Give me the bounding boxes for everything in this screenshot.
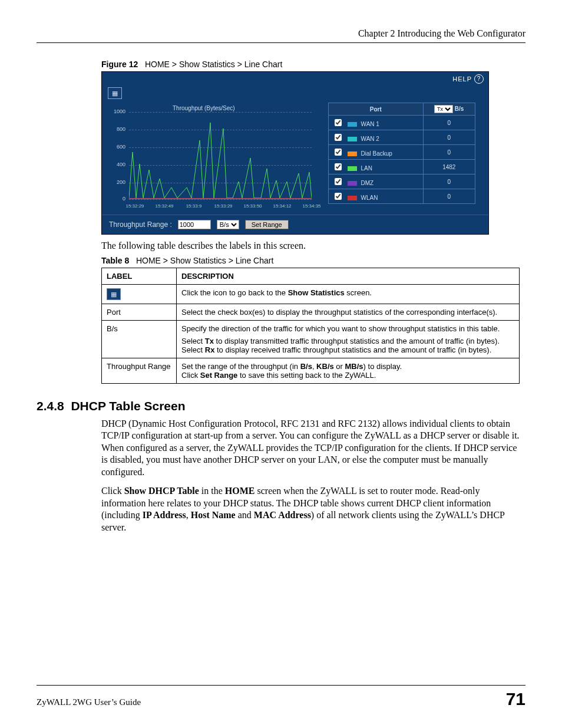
y-tick: 1000 xyxy=(108,108,125,114)
th-label: LABEL xyxy=(102,268,177,285)
figure-caption-text: HOME > Show Statistics > Line Chart xyxy=(145,60,282,69)
table-row: Port Select the check box(es) to display… xyxy=(102,304,520,321)
back-to-stats-icon[interactable]: ▦ xyxy=(108,87,122,99)
help-icon: ? xyxy=(474,74,484,84)
table-intro: The following table describes the labels… xyxy=(101,241,525,251)
x-tick: 15:33:9 xyxy=(186,203,202,209)
y-tick: 200 xyxy=(108,179,125,185)
footer-rule xyxy=(37,685,525,686)
body-paragraph: DHCP (Dynamic Host Configuration Protoco… xyxy=(101,418,525,478)
t: , xyxy=(186,510,191,520)
y-tick: 600 xyxy=(108,144,125,150)
cell-bold: Show Statistics xyxy=(288,288,345,297)
cell-text: Set the range of the throughput (in xyxy=(181,362,300,371)
tx-rx-select[interactable]: Tx xyxy=(434,105,453,113)
range-value-input[interactable] xyxy=(178,220,211,229)
legend-checkbox-lan[interactable] xyxy=(335,163,342,170)
cell-text: to display received traffic throughput s… xyxy=(214,345,491,354)
legend-row: WAN 1 0 xyxy=(329,116,475,130)
legend-value: 1482 xyxy=(423,160,475,174)
cell-bold: KB/s xyxy=(316,362,334,371)
bs-label: B/s xyxy=(455,106,464,112)
section-title: DHCP Table Screen xyxy=(71,399,185,413)
range-label: Throughput Range : xyxy=(109,220,172,229)
set-range-button[interactable]: Set Range xyxy=(245,220,289,229)
legend-label: WAN 2 xyxy=(361,136,379,142)
b: IP Address xyxy=(143,510,186,520)
help-link[interactable]: HELP ? xyxy=(452,74,484,84)
legend-label: WLAN xyxy=(361,195,378,201)
legend-value: 0 xyxy=(423,116,475,130)
swatch-icon xyxy=(348,166,357,171)
chapter-header: Chapter 2 Introducing the Web Configurat… xyxy=(37,28,525,39)
table-row: Throughput Range Set the range of the th… xyxy=(102,358,520,384)
legend-checkbox-wan2[interactable] xyxy=(335,134,342,141)
swatch-icon xyxy=(348,151,357,156)
header-rule xyxy=(37,42,525,43)
legend-label: DMZ xyxy=(361,180,374,186)
t: Click xyxy=(101,486,124,496)
swatch-icon xyxy=(348,122,357,127)
legend-row: Dial Backup 0 xyxy=(329,145,475,160)
table-row: B/s Specify the direction of the traffic… xyxy=(102,321,520,358)
cell-text: to save this setting back to the ZyWALL. xyxy=(237,371,376,380)
y-tick: 0 xyxy=(108,196,125,202)
legend-checkbox-dial[interactable] xyxy=(335,149,342,156)
x-tick: 15:33:29 xyxy=(214,203,232,209)
b: MAC Address xyxy=(254,510,311,520)
back-icon: ▦ xyxy=(107,288,121,300)
table-number: Table 8 xyxy=(101,256,129,265)
legend-label: LAN xyxy=(361,165,372,172)
cell-text: screen. xyxy=(345,288,372,297)
b: Show DHCP Table xyxy=(124,486,199,496)
figure-number: Figure 12 xyxy=(101,60,138,69)
page-footer: ZyWALL 2WG User’s Guide 71 xyxy=(37,685,525,709)
table-caption: Table 8 HOME > Show Statistics > Line Ch… xyxy=(101,256,525,265)
legend-header-bs: Tx B/s xyxy=(423,103,475,116)
th-desc: DESCRIPTION xyxy=(177,268,520,285)
cell-text: Click the icon to go back to the xyxy=(181,288,288,297)
cell-bold: Set Range xyxy=(200,371,238,380)
legend-row: DMZ 0 xyxy=(329,174,475,189)
body-paragraph: Click Show DHCP Table in the HOME screen… xyxy=(101,485,525,533)
footer-guide: ZyWALL 2WG User’s Guide xyxy=(37,697,141,707)
table-caption-text: HOME > Show Statistics > Line Chart xyxy=(136,256,273,265)
chart-panel: HELP ? ▦ Throughput (Bytes/Sec) 1000 800… xyxy=(101,71,489,235)
legend-checkbox-wan1[interactable] xyxy=(335,119,342,126)
chart-svg xyxy=(129,111,312,199)
cell-bold: Rx xyxy=(205,345,215,354)
throughput-range-bar: Throughput Range : B/s Set Range xyxy=(102,215,488,234)
y-tick: 400 xyxy=(108,162,125,167)
x-tick: 15:34:35 xyxy=(302,203,320,209)
t: in the xyxy=(199,486,225,496)
figure-caption: Figure 12 HOME > Show Statistics > Line … xyxy=(101,60,525,69)
legend-label: WAN 1 xyxy=(361,121,379,127)
cell-bold: Tx xyxy=(205,337,214,345)
cell-text: or xyxy=(334,362,345,371)
t: and xyxy=(236,510,254,520)
legend-header-port: Port xyxy=(329,103,424,116)
legend-value: 0 xyxy=(423,145,475,160)
x-tick: 15:33:50 xyxy=(243,203,262,209)
legend-checkbox-wlan[interactable] xyxy=(335,193,342,200)
legend-label: Dial Backup xyxy=(361,150,392,157)
b: HOME xyxy=(225,486,255,496)
cell-desc: Select the check box(es) to display the … xyxy=(177,304,520,321)
cell-text: Click xyxy=(181,371,200,380)
legend-row: WLAN 0 xyxy=(329,189,475,204)
description-table: LABEL DESCRIPTION ▦ Click the icon to go… xyxy=(101,268,520,384)
cell-text: Select xyxy=(181,337,205,345)
legend-value: 0 xyxy=(423,130,475,145)
legend-value: 0 xyxy=(423,174,475,189)
legend-checkbox-dmz[interactable] xyxy=(335,178,342,185)
chart-area: Throughput (Bytes/Sec) 1000 800 600 400 … xyxy=(108,103,320,209)
b: Host Name xyxy=(191,510,236,520)
x-tick: 15:34:12 xyxy=(273,203,291,209)
help-label: HELP xyxy=(452,75,472,83)
cell-text: ) to display. xyxy=(363,362,402,371)
cell-bold: MB/s xyxy=(345,362,363,371)
range-unit-select[interactable]: B/s xyxy=(217,220,239,229)
section-number: 2.4.8 xyxy=(37,399,64,413)
cell-text: Specify the direction of the traffic for… xyxy=(181,324,514,333)
cell-label: B/s xyxy=(102,321,177,358)
